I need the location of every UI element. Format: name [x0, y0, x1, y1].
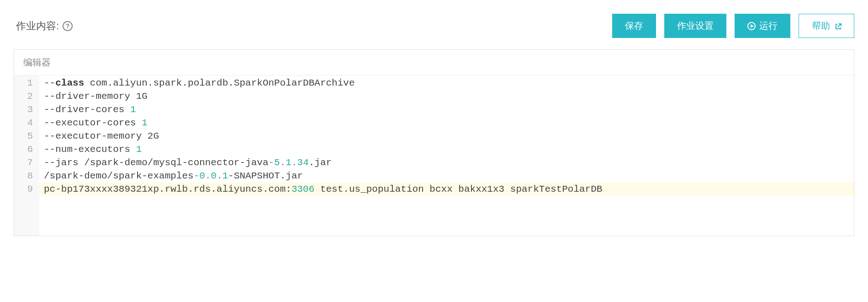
save-button[interactable]: 保存 [612, 14, 656, 38]
play-circle-icon [747, 22, 756, 30]
line-number: 4 [19, 116, 33, 129]
line-number: 7 [19, 156, 33, 169]
page-header: 作业内容: ? 保存 作业设置 运行 帮助 [14, 14, 854, 38]
code-line[interactable]: --class com.aliyun.spark.polardb.SparkOn… [44, 76, 849, 90]
code-line[interactable]: /spark-demo/spark-examples-0.0.1-SNAPSHO… [44, 169, 849, 183]
editor-tab[interactable]: 编辑器 [14, 50, 854, 76]
help-button[interactable]: 帮助 [799, 14, 854, 38]
line-number: 6 [19, 143, 33, 156]
help-tooltip-icon[interactable]: ? [63, 21, 73, 31]
code-area[interactable]: 123456789 --class com.aliyun.spark.polar… [14, 76, 854, 236]
code-line[interactable]: --num-executors 1 [44, 143, 849, 156]
run-button-label: 运行 [759, 20, 778, 32]
line-number-gutter: 123456789 [14, 76, 39, 236]
title-section: 作业内容: ? [16, 19, 73, 33]
code-line[interactable]: --driver-cores 1 [44, 103, 849, 116]
page-title: 作业内容: [16, 19, 59, 33]
line-number: 3 [19, 103, 33, 116]
button-group: 保存 作业设置 运行 帮助 [612, 14, 854, 38]
help-button-label: 帮助 [812, 20, 830, 32]
code-line[interactable]: --driver-memory 1G [44, 90, 849, 103]
line-number: 5 [19, 129, 33, 143]
code-content[interactable]: --class com.aliyun.spark.polardb.SparkOn… [39, 76, 854, 236]
external-link-icon [835, 23, 841, 29]
job-settings-button[interactable]: 作业设置 [664, 14, 726, 38]
line-number: 9 [19, 183, 33, 196]
code-line[interactable]: pc-bp173xxxx389321xp.rwlb.rds.aliyuncs.c… [39, 183, 854, 196]
editor-container: 编辑器 123456789 --class com.aliyun.spark.p… [14, 49, 854, 236]
line-number: 8 [19, 169, 33, 183]
line-number: 2 [19, 90, 33, 103]
line-number: 1 [19, 76, 33, 90]
code-line[interactable]: --jars /spark-demo/mysql-connector-java-… [44, 156, 849, 169]
code-line[interactable]: --executor-memory 2G [44, 129, 849, 143]
code-line[interactable]: --executor-cores 1 [44, 116, 849, 129]
run-button[interactable]: 运行 [735, 14, 790, 38]
